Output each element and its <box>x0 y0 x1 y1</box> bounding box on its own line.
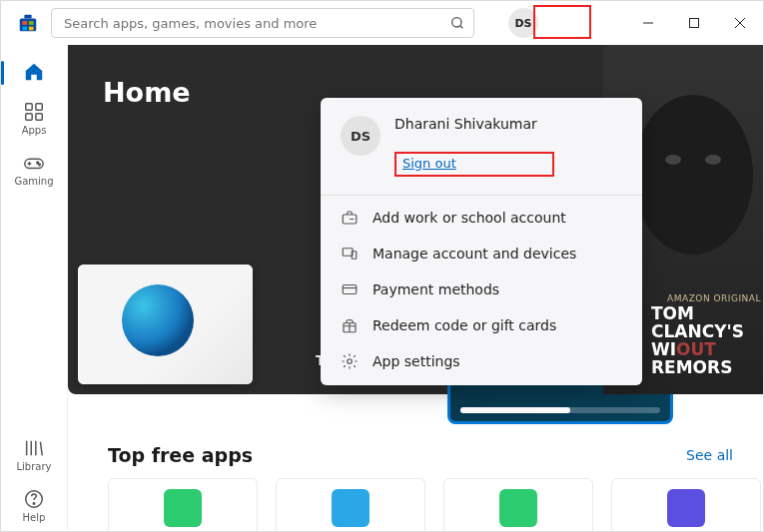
sign-out-link[interactable]: Sign out <box>396 154 462 173</box>
gift-icon <box>341 316 359 334</box>
menu-item-label: Add work or school account <box>373 210 566 226</box>
svg-rect-2 <box>23 21 28 25</box>
search-input[interactable] <box>51 8 474 38</box>
menu-item-label: Manage account and devices <box>373 246 576 262</box>
svg-point-19 <box>705 155 721 165</box>
svg-rect-21 <box>343 249 353 257</box>
page-title: Home <box>103 77 191 108</box>
body: Apps Gaming Library Help Home <box>1 45 763 531</box>
app-window: DS Apps Gaming Library <box>0 0 764 532</box>
card-icon <box>341 280 359 298</box>
menu-item-label: Payment methods <box>373 281 499 297</box>
svg-point-6 <box>452 18 461 27</box>
profile-avatar-button[interactable]: DS <box>508 8 538 38</box>
sidebar-item-apps[interactable]: Apps <box>1 93 67 144</box>
library-icon <box>23 437 45 459</box>
sidebar: Apps Gaming Library Help <box>1 45 68 531</box>
sidebar-item-home[interactable] <box>1 53 67 93</box>
svg-rect-3 <box>29 21 34 25</box>
menu-item-payment[interactable]: Payment methods <box>337 271 626 307</box>
svg-rect-11 <box>36 114 42 120</box>
svg-rect-9 <box>36 104 42 110</box>
menu-item-settings[interactable]: App settings <box>337 343 626 379</box>
topbar: DS <box>1 1 763 45</box>
highlight-signout: Sign out <box>394 152 554 177</box>
maximize-button[interactable] <box>671 6 717 40</box>
account-menu: DS Dharani Shivakumar Sign out Add work … <box>321 98 642 385</box>
user-name: Dharani Shivakumar <box>394 116 554 132</box>
svg-rect-1 <box>24 15 31 19</box>
menu-item-add-account[interactable]: Add work or school account <box>337 200 626 236</box>
app-row <box>68 478 763 531</box>
svg-rect-0 <box>20 18 37 31</box>
see-all-link[interactable]: See all <box>686 447 733 463</box>
apps-icon <box>23 101 45 123</box>
svg-rect-8 <box>26 104 32 110</box>
section-title: Top free apps <box>108 444 253 466</box>
briefcase-icon <box>341 209 359 227</box>
gamepad-icon <box>23 152 45 174</box>
svg-point-16 <box>33 503 34 504</box>
menu-item-manage-account[interactable]: Manage account and devices <box>337 236 626 271</box>
svg-rect-10 <box>26 114 32 120</box>
sidebar-item-help[interactable]: Help <box>1 480 67 531</box>
sidebar-item-library[interactable]: Library <box>1 429 67 480</box>
svg-rect-7 <box>690 19 699 28</box>
sidebar-label: Apps <box>22 125 47 136</box>
search-field[interactable] <box>64 16 449 31</box>
hero-thumb-card[interactable] <box>78 265 253 384</box>
svg-rect-5 <box>29 27 34 31</box>
main: Home TOMORROW WAR PC Game Pass AMAZON OR… <box>68 45 763 531</box>
home-icon <box>23 61 45 83</box>
store-logo-icon <box>17 12 39 34</box>
minimize-button[interactable] <box>625 6 671 40</box>
svg-point-25 <box>348 359 353 364</box>
devices-icon <box>341 245 359 263</box>
app-card[interactable] <box>276 478 425 531</box>
movie-tag: AMAZON ORIGINAL <box>667 293 761 303</box>
svg-point-18 <box>665 155 681 165</box>
user-email-redacted <box>394 136 554 148</box>
menu-item-label: App settings <box>373 353 460 369</box>
sidebar-label: Help <box>23 512 46 523</box>
close-button[interactable] <box>717 6 763 40</box>
search-icon <box>449 15 465 31</box>
app-card[interactable] <box>611 478 761 531</box>
sidebar-label: Gaming <box>14 176 53 187</box>
gear-icon <box>341 352 359 370</box>
svg-point-14 <box>39 164 41 166</box>
svg-point-17 <box>633 95 753 255</box>
menu-item-redeem[interactable]: Redeem code or gift cards <box>337 307 626 343</box>
menu-avatar: DS <box>341 116 381 156</box>
menu-item-label: Redeem code or gift cards <box>373 317 556 333</box>
svg-point-13 <box>37 162 39 164</box>
app-card[interactable] <box>443 478 593 531</box>
profile-section: DS Dharani Shivakumar Sign out <box>337 112 626 189</box>
svg-rect-4 <box>23 27 28 31</box>
sidebar-label: Library <box>17 461 52 472</box>
movie-title: TOM CLANCY'S WIOUT REMORS <box>651 304 761 376</box>
app-card[interactable] <box>108 478 258 531</box>
svg-rect-23 <box>343 285 357 294</box>
carousel-scrollbar[interactable] <box>460 407 660 413</box>
sidebar-item-gaming[interactable]: Gaming <box>1 144 67 195</box>
help-icon <box>23 488 45 510</box>
